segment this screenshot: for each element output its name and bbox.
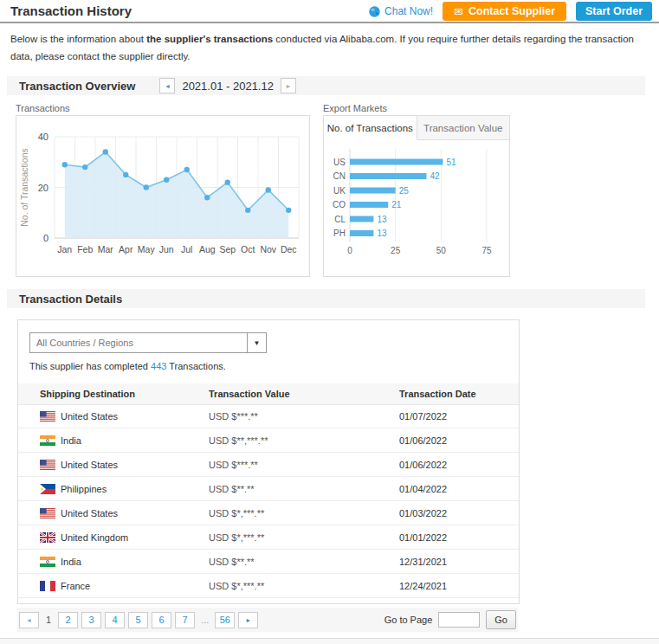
svg-text:25: 25 xyxy=(391,246,401,255)
svg-text:0: 0 xyxy=(43,233,48,243)
svg-text:20: 20 xyxy=(38,183,48,193)
chevron-down-icon: ▼ xyxy=(247,333,266,352)
country-cell: France xyxy=(40,581,209,591)
line-chart-title: Transactions xyxy=(16,103,70,113)
chat-now-link[interactable]: Chat Now! xyxy=(369,5,433,17)
prev-page-button[interactable]: ◄ xyxy=(19,612,39,628)
page-bottom-divider xyxy=(0,638,659,644)
table-row: United StatesUSD $*,***.**01/03/2022 xyxy=(18,501,519,525)
country-filter-dropdown[interactable]: All Countries / Regions ▼ xyxy=(29,332,267,353)
svg-text:13: 13 xyxy=(377,215,387,224)
country-label: India xyxy=(61,557,81,567)
intro-bold: the supplier's transactions xyxy=(146,34,273,44)
header-actions: Chat Now! ✉ Contact Supplier Start Order xyxy=(369,2,652,21)
svg-text:Jun: Jun xyxy=(159,244,174,254)
svg-text:Aug: Aug xyxy=(199,244,216,254)
svg-text:Oct: Oct xyxy=(241,244,255,254)
tab-transaction-value[interactable]: Transaction Value xyxy=(417,116,510,139)
svg-text:CL: CL xyxy=(334,215,346,224)
date-range-label: 2021.01 - 2021.12 xyxy=(182,80,274,93)
transaction-value-cell: USD $**.** xyxy=(209,484,399,494)
page-button[interactable]: 3 xyxy=(81,612,101,628)
chevron-left-icon: ◄ xyxy=(165,83,171,89)
country-label: United States xyxy=(61,460,118,470)
page-button[interactable]: 4 xyxy=(105,612,125,628)
go-button[interactable]: Go xyxy=(486,610,516,629)
country-label: Philippines xyxy=(61,484,107,494)
next-period-button[interactable]: ► xyxy=(281,78,296,93)
flag-fr-icon xyxy=(40,581,55,591)
svg-text:UK: UK xyxy=(333,186,346,196)
svg-text:US: US xyxy=(333,158,346,167)
country-cell: United States xyxy=(40,508,209,518)
svg-text:51: 51 xyxy=(446,158,456,167)
country-cell: India xyxy=(40,557,209,567)
intro-text: Below is the information about the suppl… xyxy=(10,31,649,65)
page-header: Transaction History Chat Now! ✉ Contact … xyxy=(0,0,659,23)
table-row: PhilippinesUSD $**.**01/04/2022 xyxy=(18,477,519,501)
country-label: India xyxy=(61,435,81,446)
contact-supplier-button[interactable]: ✉ Contact Supplier xyxy=(443,2,566,21)
svg-text:CN: CN xyxy=(333,171,346,181)
transaction-value-cell: USD $*,***.** xyxy=(209,581,399,591)
transaction-details-title: Transaction Details xyxy=(19,293,122,306)
transaction-value-cell: USD $*,***.** xyxy=(209,508,399,518)
svg-text:Sep: Sep xyxy=(219,244,236,254)
country-cell: United Kingdom xyxy=(40,532,209,543)
date-range-controls: ◄ 2021.01 - 2021.12 ► xyxy=(159,78,296,93)
page-title: Transaction History xyxy=(10,3,132,18)
chat-now-label: Chat Now! xyxy=(384,5,433,17)
svg-text:Jul: Jul xyxy=(181,244,192,254)
svg-text:0: 0 xyxy=(347,246,352,255)
page-button[interactable]: 5 xyxy=(128,612,148,628)
table-header: Shipping Destination Transaction Value T… xyxy=(18,383,519,405)
start-order-label: Start Order xyxy=(585,5,643,17)
svg-text:Dec: Dec xyxy=(281,244,297,254)
transactions-summary: This supplier has completed 443 Transact… xyxy=(29,361,226,371)
transaction-date-cell: 01/06/2022 xyxy=(399,460,519,470)
summary-pre: This supplier has completed xyxy=(29,361,151,371)
page-button[interactable]: 7 xyxy=(175,612,195,628)
transactions-area-chart: 02040JanFebMarAprMayJunJulAugSepOctNovDe… xyxy=(16,116,307,274)
flag-ph-icon xyxy=(40,484,55,494)
start-order-button[interactable]: Start Order xyxy=(576,2,652,21)
table-row: IndiaUSD $**,***.**01/06/2022 xyxy=(18,428,519,453)
svg-text:May: May xyxy=(138,244,156,254)
column-shipping-destination: Shipping Destination xyxy=(18,389,209,399)
flag-gb-icon xyxy=(40,532,55,543)
transaction-value-cell: USD $**,***.** xyxy=(209,435,399,446)
table-row: FranceUSD $*,***.**12/24/2021 xyxy=(18,574,519,598)
prev-period-button[interactable]: ◄ xyxy=(159,78,175,93)
table-row: IndiaUSD $**.**12/31/2021 xyxy=(18,550,519,574)
chevron-right-icon: ► xyxy=(285,83,291,89)
bar-chart-title: Export Markets xyxy=(323,103,387,113)
transaction-date-cell: 12/24/2021 xyxy=(399,581,519,591)
svg-text:Feb: Feb xyxy=(77,244,93,254)
pagination-bar: ◄1234567...56► Go to Page Go xyxy=(17,608,518,632)
envelope-icon: ✉ xyxy=(454,6,463,17)
country-cell: India xyxy=(40,435,209,446)
transaction-date-cell: 01/07/2022 xyxy=(399,411,519,422)
goto-page-input[interactable] xyxy=(438,612,480,628)
page-button[interactable]: 2 xyxy=(58,612,78,628)
flag-us-icon xyxy=(40,411,55,422)
svg-text:Mar: Mar xyxy=(98,244,114,254)
transactions-count: 443 xyxy=(151,361,166,371)
transaction-date-cell: 12/31/2021 xyxy=(399,557,519,567)
svg-text:25: 25 xyxy=(399,186,410,196)
next-page-button[interactable]: ► xyxy=(238,612,258,628)
column-transaction-value: Transaction Value xyxy=(209,389,399,399)
page-button[interactable]: 6 xyxy=(152,612,171,628)
chevron-right-icon: ► xyxy=(245,617,251,623)
table-row: United StatesUSD $***.**01/07/2022 xyxy=(18,404,519,428)
transaction-value-cell: USD $*,***.** xyxy=(209,532,399,543)
table-row: United StatesUSD $***.**01/06/2022 xyxy=(18,453,519,477)
page-buttons: ◄1234567...56► xyxy=(19,612,258,628)
goto-page-group: Go to Page Go xyxy=(384,610,516,629)
country-filter-value: All Countries / Regions xyxy=(30,338,247,348)
svg-text:Apr: Apr xyxy=(119,244,133,254)
tab-no-of-transactions[interactable]: No. of Transactions xyxy=(324,116,417,140)
last-page-button[interactable]: 56 xyxy=(215,612,235,628)
country-label: United Kingdom xyxy=(61,532,128,543)
transaction-value-cell: USD $***.** xyxy=(209,411,399,422)
